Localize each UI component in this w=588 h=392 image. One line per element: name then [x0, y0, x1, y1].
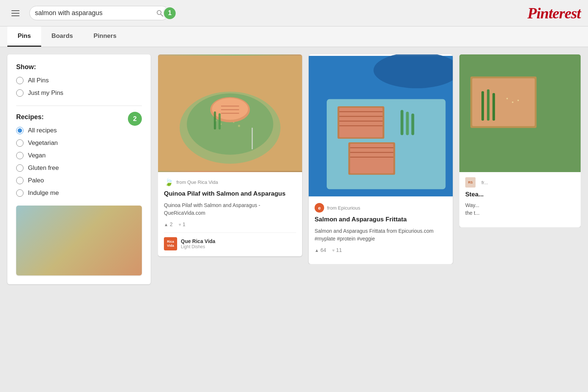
recipes-title: Recipes: — [16, 113, 142, 121]
vegan-label: Vegan — [28, 152, 46, 159]
radio-vegan[interactable] — [16, 152, 24, 159]
source-icon-1: 🍃 — [164, 177, 173, 187]
menu-icon-line2 — [11, 13, 19, 14]
svg-rect-15 — [214, 111, 216, 129]
svg-rect-16 — [219, 113, 221, 129]
badge-2: 2 — [128, 112, 142, 126]
pin-image-2 — [309, 54, 453, 198]
recipes-options: All recipes Vegetarian Vegan Gluten free… — [16, 127, 142, 197]
logo: Pinterest — [527, 4, 581, 22]
vegetarian-label: Vegetarian — [28, 139, 58, 147]
svg-rect-17 — [252, 128, 253, 149]
pin-column-1: 🍃 from Que Rica Vida Quinoa Pilaf with S… — [158, 54, 302, 256]
pin-card-body-2: e from Epicurious Salmon and Asparagus F… — [309, 198, 453, 264]
pin-card-1[interactable]: 🍃 from Que Rica Vida Quinoa Pilaf with S… — [158, 54, 302, 256]
option-all-pins[interactable]: All Pins — [16, 77, 142, 84]
option-gluten-free[interactable]: Gluten free — [16, 164, 142, 172]
pins-area: 🍃 from Que Rica Vida Quinoa Pilaf with S… — [158, 54, 581, 264]
svg-rect-41 — [492, 93, 495, 121]
radio-all-pins[interactable] — [16, 77, 24, 84]
pin-image-svg-2 — [309, 54, 453, 198]
svg-point-43 — [512, 101, 513, 103]
pin-title-1: Quinoa Pilaf with Salmon and Asparagus — [164, 190, 296, 198]
gluten-free-label: Gluten free — [28, 164, 59, 172]
search-icon — [156, 10, 164, 17]
pin-source-3: RS fr... — [465, 177, 575, 188]
svg-rect-40 — [487, 89, 490, 121]
all-recipes-label: All recipes — [28, 127, 57, 134]
svg-point-11 — [212, 98, 248, 120]
pin-desc-2: Salmon and Asparagus Frittata from Epicu… — [315, 227, 447, 243]
pin-card-2[interactable]: e from Epicurious Salmon and Asparagus F… — [309, 54, 453, 264]
radio-vegetarian[interactable] — [16, 139, 24, 147]
svg-rect-34 — [411, 114, 414, 135]
source-text-1: from Que Rica Vida — [176, 179, 218, 185]
pin-source-1: 🍃 from Que Rica Vida — [164, 177, 296, 187]
stat-repins-2: 64 — [315, 247, 326, 253]
pin-card-body-1: 🍃 from Que Rica Vida Quinoa Pilaf with S… — [158, 172, 302, 256]
paleo-label: Paleo — [28, 177, 44, 184]
option-indulge-me[interactable]: Indulge me — [16, 189, 142, 197]
radio-paleo[interactable] — [16, 177, 24, 184]
pin-image-svg-1 — [158, 54, 302, 172]
option-vegetarian[interactable]: Vegetarian — [16, 139, 142, 147]
source-icon-2: e — [315, 203, 324, 213]
menu-icon-line1 — [11, 10, 19, 11]
like-count-2: 11 — [336, 247, 342, 253]
pin-card-3[interactable]: RS fr... Stea... Way...the t... — [459, 54, 581, 227]
radio-indulge-me[interactable] — [16, 189, 24, 197]
source-icon-3: RS — [465, 177, 476, 188]
board-info-1: Que Rica Vida Light Dishes — [181, 238, 215, 249]
tab-pinners[interactable]: Pinners — [83, 26, 126, 47]
pin-stats-1: 2 1 — [164, 221, 296, 227]
radio-all-recipes[interactable] — [16, 127, 24, 134]
sidebar-bottom-image — [16, 206, 142, 275]
svg-point-9 — [238, 125, 240, 127]
board-sub-1: Light Dishes — [181, 244, 215, 249]
just-my-pins-label: Just my Pins — [28, 89, 63, 97]
repin-icon-2 — [315, 247, 319, 253]
menu-button[interactable] — [7, 5, 24, 21]
board-logo-text-1: RicaVida — [167, 240, 174, 248]
sidebar: Show: All Pins Just my Pins Recipes: 2 A… — [7, 54, 151, 284]
radio-just-my-pins[interactable] — [16, 89, 24, 97]
like-icon-1 — [179, 221, 181, 227]
all-pins-label: All Pins — [28, 77, 49, 84]
recipes-section: Recipes: 2 All recipes Vegetarian Vegan — [16, 113, 142, 197]
source-text-3: fr... — [481, 180, 488, 185]
main-content: Show: All Pins Just my Pins Recipes: 2 A… — [0, 47, 588, 292]
source-text-2: from Epicurious — [327, 205, 360, 211]
board-name-1: Que Rica Vida — [181, 238, 215, 244]
search-input[interactable] — [35, 9, 156, 17]
option-vegan[interactable]: Vegan — [16, 152, 142, 159]
pin-column-3: RS fr... Stea... Way...the t... — [459, 54, 581, 227]
stat-likes-1: 1 — [179, 221, 186, 227]
svg-rect-33 — [406, 112, 409, 135]
tabs-nav: Pins Boards Pinners — [0, 26, 588, 47]
svg-rect-22 — [339, 108, 383, 137]
pin-image-svg-3 — [459, 54, 581, 172]
pin-board-1[interactable]: RicaVida Que Rica Vida Light Dishes — [164, 237, 296, 250]
option-just-my-pins[interactable]: Just my Pins — [16, 89, 142, 97]
board-logo-1: RicaVida — [164, 237, 177, 250]
repin-count-2: 64 — [320, 247, 326, 253]
radio-gluten-free[interactable] — [16, 164, 24, 172]
option-paleo[interactable]: Paleo — [16, 177, 142, 184]
repin-icon-1 — [164, 221, 168, 227]
sidebar-bottom-card[interactable] — [16, 206, 142, 275]
search-bar: 1 — [29, 6, 169, 20]
pin-divider-1 — [164, 232, 296, 233]
stat-likes-2: 11 — [332, 247, 342, 253]
badge-1: 1 — [163, 6, 177, 20]
svg-rect-39 — [481, 91, 484, 121]
tab-pins[interactable]: Pins — [7, 26, 41, 47]
svg-rect-32 — [401, 110, 404, 135]
option-all-recipes[interactable]: All recipes — [16, 127, 142, 134]
svg-point-44 — [517, 100, 519, 101]
show-title: Show: — [16, 63, 142, 71]
svg-point-42 — [506, 98, 508, 99]
search-button[interactable] — [156, 10, 164, 17]
tab-boards[interactable]: Boards — [41, 26, 83, 47]
indulge-me-label: Indulge me — [28, 189, 59, 197]
pin-title-2: Salmon and Asparagus Frittata — [315, 215, 447, 224]
